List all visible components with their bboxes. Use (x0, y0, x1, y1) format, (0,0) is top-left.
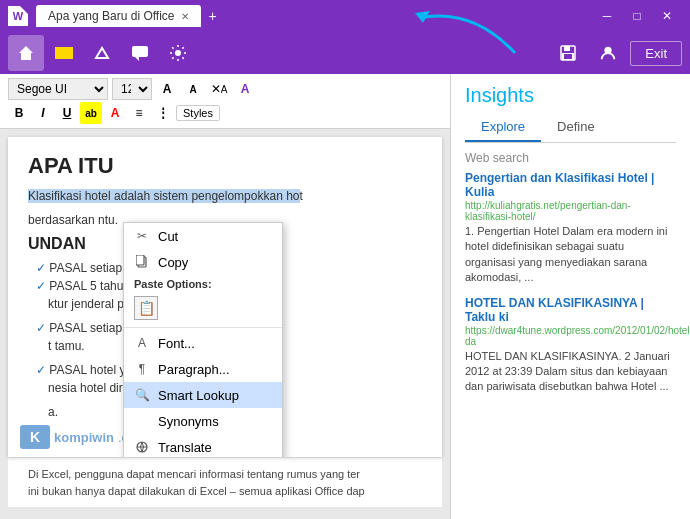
footer-text-2: ini bukan hanya dapat dilakukan di Excel… (28, 483, 422, 500)
eraser-toolbar-btn[interactable] (84, 35, 120, 71)
ribbon-row2: B I U ab A ≡ ⋮ Styles (8, 102, 442, 124)
window-controls: ─ □ ✕ (592, 0, 682, 32)
copy-label: Copy (158, 255, 272, 270)
svg-marker-1 (55, 47, 73, 59)
maximize-button[interactable]: □ (622, 0, 652, 32)
exit-button[interactable]: Exit (630, 41, 682, 66)
home-toolbar-btn[interactable] (8, 35, 44, 71)
ribbon: Segoe UI 12 A A ✕A A B I U ab A ≡ ⋮ Styl… (0, 74, 450, 129)
synonyms-menu-item[interactable]: Synonyms (124, 408, 282, 434)
underline-button[interactable]: U (56, 102, 78, 124)
svg-marker-4 (135, 57, 139, 61)
tab-define[interactable]: Define (541, 113, 611, 142)
svg-text:K: K (30, 429, 40, 445)
synonyms-label: Synonyms (158, 414, 272, 429)
styles-button[interactable]: Styles (176, 105, 220, 121)
font-color-button[interactable]: A (104, 102, 126, 124)
svg-rect-3 (132, 46, 148, 57)
cut-menu-item[interactable]: ✂ Cut (124, 223, 282, 249)
footer-area: Di Excel, pengguna dapat mencari informa… (8, 457, 442, 507)
menu-divider-1 (124, 327, 282, 328)
smart-lookup-label: Smart Lookup (158, 388, 272, 403)
tab-label: Apa yang Baru di Office (48, 9, 175, 23)
svg-rect-14 (136, 255, 144, 265)
numbering-button[interactable]: ⋮ (152, 102, 174, 124)
result-2-url: https://dwar4tune.wordpress.com/2012/01/… (465, 325, 676, 347)
new-tab-button[interactable]: + (201, 4, 225, 28)
highlight-button[interactable]: ab (80, 102, 102, 124)
search-result-1[interactable]: Pengertian dan Klasifikasi Hotel | Kulia… (465, 171, 676, 286)
insights-tabs: Explore Define (465, 113, 676, 143)
font-label: Font... (158, 336, 272, 351)
tab-explore[interactable]: Explore (465, 113, 541, 142)
footer-text-1: Di Excel, pengguna dapat mencari informa… (28, 466, 422, 483)
svg-marker-2 (96, 48, 108, 58)
cut-icon: ✂ (134, 228, 150, 244)
insights-body: Web search Pengertian dan Klasifikasi Ho… (451, 143, 690, 519)
svg-point-5 (175, 50, 181, 56)
main-content: Segoe UI 12 A A ✕A A B I U ab A ≡ ⋮ Styl… (0, 74, 690, 519)
kompiwin-logo-icon: K (20, 425, 50, 449)
doc-title: APA ITU (28, 153, 422, 179)
search-result-2[interactable]: HOTEL DAN KLASIFIKASINYA | Taklu ki http… (465, 296, 676, 395)
font-family-select[interactable]: Segoe UI (8, 78, 108, 100)
paste-header: Paste Options: (124, 275, 282, 291)
document-area: Segoe UI 12 A A ✕A A B I U ab A ≡ ⋮ Styl… (0, 74, 450, 519)
synonyms-icon (134, 413, 150, 429)
smart-lookup-icon: 🔍 (134, 387, 150, 403)
titlebar: W Apa yang Baru di Office ✕ + ─ □ ✕ (0, 0, 690, 32)
cut-label: Cut (158, 229, 272, 244)
save-button[interactable] (550, 35, 586, 71)
minimize-button[interactable]: ─ (592, 0, 622, 32)
share-button[interactable] (590, 35, 626, 71)
highlight-toolbar-btn[interactable] (46, 35, 82, 71)
font-menu-item[interactable]: A Font... (124, 330, 282, 356)
svg-marker-0 (19, 46, 33, 60)
copy-icon (134, 254, 150, 270)
doc-paragraph1: Klasifikasi hotel adalah sistem pengelom… (28, 187, 422, 205)
kompiwin-text: kompiwin (54, 430, 114, 445)
result-2-text: HOTEL DAN KLASIFIKASINYA. 2 Januari 2012… (465, 349, 676, 395)
document-page: APA ITU Klasifikasi hotel adalah sistem … (8, 137, 442, 457)
font-size-select[interactable]: 12 (112, 78, 152, 100)
font-shrink-button[interactable]: A (182, 78, 204, 100)
italic-button[interactable]: I (32, 102, 54, 124)
paragraph-icon: ¶ (134, 361, 150, 377)
result-1-text: 1. Pengertian Hotel Dalam era modern ini… (465, 224, 676, 286)
comment-toolbar-btn[interactable] (122, 35, 158, 71)
context-menu: ✂ Cut Copy Paste Options: 📋 A Font... (123, 222, 283, 457)
result-1-title: Pengertian dan Klasifikasi Hotel | Kulia (465, 171, 676, 199)
settings-toolbar-btn[interactable] (160, 35, 196, 71)
app-icon: W (8, 6, 28, 26)
ribbon-row1: Segoe UI 12 A A ✕A A (8, 78, 442, 100)
tab-close-icon[interactable]: ✕ (181, 11, 189, 22)
insights-title: Insights (465, 84, 676, 107)
insights-header: Insights Explore Define (451, 74, 690, 143)
doc-subtitle1: UNDAN (28, 235, 86, 253)
font-grow-button[interactable]: A (156, 78, 178, 100)
paragraph-label: Paragraph... (158, 362, 272, 377)
svg-rect-7 (564, 46, 570, 51)
close-button[interactable]: ✕ (652, 0, 682, 32)
app-toolbar: Exit (0, 32, 690, 74)
svg-rect-9 (564, 54, 572, 59)
translate-icon (134, 439, 150, 455)
highlighted-text: Klasifikasi hotel adalah sistem pengelom… (28, 189, 300, 203)
copy-menu-item[interactable]: Copy (124, 249, 282, 275)
result-2-title: HOTEL DAN KLASIFIKASINYA | Taklu ki (465, 296, 676, 324)
paste-icon: 📋 (134, 296, 158, 320)
smart-lookup-menu-item[interactable]: 🔍 Smart Lookup (124, 382, 282, 408)
font-icon: A (134, 335, 150, 351)
bold-button[interactable]: B (8, 102, 30, 124)
paste-menu-item[interactable]: 📋 (124, 291, 282, 325)
browser-tab[interactable]: Apa yang Baru di Office ✕ (36, 5, 201, 27)
text-effects-button[interactable]: A (234, 78, 256, 100)
toolbar-right-group: Exit (550, 35, 682, 71)
clear-format-button[interactable]: ✕A (208, 78, 230, 100)
bullets-button[interactable]: ≡ (128, 102, 150, 124)
result-1-url: http://kuliahgratis.net/pengertian-dan-k… (465, 200, 676, 222)
paragraph-menu-item[interactable]: ¶ Paragraph... (124, 356, 282, 382)
translate-menu-item[interactable]: Translate (124, 434, 282, 457)
web-search-label: Web search (465, 151, 676, 165)
translate-label: Translate (158, 440, 272, 455)
